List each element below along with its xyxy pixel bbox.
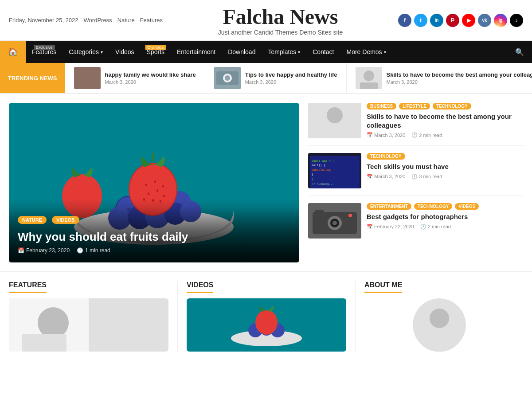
- article-meta-1: 📅 March 3, 2020 🕐 2 min read: [367, 132, 523, 138]
- trending-title-3: Skills to have to become the best among …: [387, 71, 532, 79]
- about-avatar: [413, 298, 466, 352]
- svg-point-58: [348, 214, 352, 217]
- site-tagline: Just another Candid Themes Demo Sites si…: [218, 29, 343, 36]
- trending-thumb-3: [356, 67, 382, 89]
- home-nav-button[interactable]: 🏠: [0, 41, 26, 63]
- trending-thumb-1: [74, 67, 101, 89]
- article-date-2: 📅 March 3, 2020: [367, 174, 405, 180]
- nav-download[interactable]: Download: [222, 42, 262, 62]
- article-readtime-1: 🕐 2 min read: [411, 132, 442, 138]
- svg-rect-44: [321, 123, 348, 138]
- tag-videos-3[interactable]: VIDEOS: [455, 203, 479, 210]
- article-tags-3: ENTERTAINMENT TECHNOLOGY VIDEOS: [367, 203, 523, 210]
- featured-date: 📅 February 23, 2020: [18, 247, 70, 254]
- calendar-icon: 📅: [18, 247, 24, 254]
- tiktok-icon[interactable]: ♪: [510, 14, 523, 27]
- pinterest-icon[interactable]: P: [446, 14, 459, 27]
- chevron-down-icon-3: ▾: [384, 50, 386, 55]
- trending-text-1: happy family we would like share March 3…: [105, 71, 196, 85]
- article-title-2[interactable]: Tech skills you must have: [367, 162, 523, 171]
- svg-point-68: [255, 310, 278, 335]
- article-thumb-3: [308, 203, 361, 239]
- site-title[interactable]: Falcha News: [218, 4, 343, 29]
- nav-templates[interactable]: Templates ▾: [262, 42, 306, 62]
- linkedin-icon[interactable]: in: [430, 14, 443, 27]
- tag-technology[interactable]: TECHNOLOGY: [433, 103, 471, 110]
- nav-categories[interactable]: Categories ▾: [63, 42, 109, 62]
- tag-lifestyle[interactable]: LIFESTYLE: [399, 103, 430, 110]
- trending-item-3[interactable]: Skills to have to become the best among …: [347, 63, 532, 93]
- tag-technology-3[interactable]: TECHNOLOGY: [414, 203, 453, 210]
- features-image: [9, 298, 168, 352]
- svg-rect-72: [422, 332, 456, 352]
- tag-technology-2[interactable]: TECHNOLOGY: [367, 153, 405, 160]
- top-bar-left: Friday, November 25, 2022 WordPress Natu…: [9, 17, 163, 23]
- nav-videos[interactable]: Videos: [109, 42, 141, 62]
- article-card-2: const app = { init() { console.log }}// …: [308, 153, 523, 196]
- site-branding: Falcha News Just another Candid Themes D…: [218, 4, 343, 36]
- nav-entertainment-label: Entertainment: [177, 48, 215, 55]
- svg-rect-6: [360, 82, 378, 89]
- article-info-2: TECHNOLOGY Tech skills you must have 📅 M…: [367, 153, 523, 180]
- trending-text-3: Skills to have to become the best among …: [387, 71, 532, 85]
- articles-sidebar: BUSINESS LIFESTYLE TECHNOLOGY Skills to …: [308, 103, 523, 262]
- article-card-3: ENTERTAINMENT TECHNOLOGY VIDEOS Best gad…: [308, 203, 523, 246]
- article-thumb-1: [308, 103, 361, 138]
- svg-text:init() {: init() {: [312, 164, 325, 167]
- svg-text:// running...: // running...: [312, 182, 334, 186]
- nav-entertainment[interactable]: Entertainment: [171, 42, 222, 62]
- featured-overlay: NATURE VIDEOS Why you should eat fruits …: [9, 207, 299, 262]
- svg-point-70: [430, 309, 449, 328]
- svg-text:const app = {: const app = {: [312, 159, 334, 163]
- article-date-3: 📅 February 22, 2020: [367, 224, 414, 230]
- nav-templates-label: Templates: [268, 48, 296, 55]
- nav-more-demos[interactable]: More Demos ▾: [340, 42, 392, 62]
- wp-link[interactable]: WordPress: [84, 17, 112, 23]
- featured-read-time: 🕐 1 min read: [77, 247, 110, 254]
- nav-contact-label: Contact: [313, 48, 334, 55]
- top-bar: Friday, November 25, 2022 WordPress Natu…: [0, 0, 532, 41]
- clock-icon: 🕐: [77, 247, 83, 254]
- vk-icon[interactable]: vk: [478, 14, 491, 27]
- features-badge: Exclusive: [34, 45, 55, 50]
- featured-meta: 📅 February 23, 2020 🕐 1 min read: [18, 247, 290, 254]
- twitter-icon[interactable]: t: [414, 14, 427, 27]
- trending-text-2: Tips to live happy and healthy life Marc…: [245, 71, 337, 85]
- article-title-1[interactable]: Skills to have to become the best among …: [367, 112, 523, 129]
- featured-article[interactable]: NATURE VIDEOS Why you should eat fruits …: [9, 103, 299, 262]
- nav-sports[interactable]: Olympics Sports: [141, 42, 171, 62]
- nature-link[interactable]: Nature: [117, 17, 135, 23]
- tag-entertainment[interactable]: ENTERTAINMENT: [367, 203, 411, 210]
- facebook-icon[interactable]: f: [398, 14, 411, 27]
- svg-rect-57: [315, 210, 324, 214]
- features-link[interactable]: Features: [140, 17, 163, 23]
- article-tags-1: BUSINESS LIFESTYLE TECHNOLOGY: [367, 103, 523, 110]
- trending-item-2[interactable]: Tips to live happy and healthy life Marc…: [205, 63, 347, 93]
- trending-date-2: March 3, 2020: [245, 79, 337, 85]
- trending-bar: TRENDING NEWS happy family we would like…: [0, 63, 532, 94]
- chevron-down-icon-2: ▾: [298, 50, 300, 55]
- featured-title[interactable]: Why you should eat fruits daily: [18, 230, 290, 244]
- tag-videos[interactable]: VIDEOS: [52, 216, 79, 224]
- tag-business[interactable]: BUSINESS: [367, 103, 396, 110]
- trending-item-1[interactable]: happy family we would like share March 3…: [65, 63, 205, 93]
- tag-nature[interactable]: NATURE: [18, 216, 47, 224]
- trending-items-list: happy family we would like share March 3…: [65, 63, 532, 93]
- article-title-3[interactable]: Best gadgets for photographers: [367, 212, 523, 221]
- main-content: NATURE VIDEOS Why you should eat fruits …: [0, 94, 532, 271]
- date-display: Friday, November 25, 2022: [9, 17, 78, 23]
- nav-features[interactable]: Exclusive Features: [26, 42, 63, 62]
- svg-point-56: [332, 221, 337, 225]
- instagram-icon[interactable]: ig: [494, 14, 507, 27]
- nav-search-button[interactable]: 🔍: [507, 42, 532, 63]
- nav-download-label: Download: [228, 48, 255, 55]
- svg-point-5: [364, 70, 374, 81]
- navigation-bar: 🏠 Exclusive Features Categories ▾ Videos…: [0, 41, 532, 63]
- nav-contact[interactable]: Contact: [306, 42, 340, 62]
- article-meta-2: 📅 March 3, 2020 🕐 3 min read: [367, 174, 523, 180]
- youtube-icon[interactable]: ▶: [462, 14, 475, 27]
- videos-section: VIDEOS: [178, 281, 355, 352]
- bottom-sections: FEATURES VIDEOS ABOUT ME: [0, 271, 532, 360]
- featured-tags: NATURE VIDEOS: [18, 216, 290, 227]
- article-info-1: BUSINESS LIFESTYLE TECHNOLOGY Skills to …: [367, 103, 523, 138]
